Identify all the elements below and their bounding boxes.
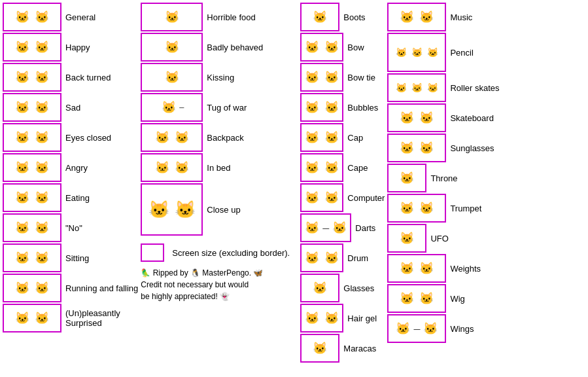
main-container: 🐱 🐱 General 🐱 🐱 Happy 🐱 🐱 Back turned 🐱 — [0, 0, 588, 365]
credit-line1: 🦜 Ripped by 🐧 MasterPengo. 🦋 — [141, 267, 298, 279]
sprite-bowtie-1: 🐱 — [303, 68, 321, 86]
row-bow: 🐱 🐱 Bow — [300, 33, 385, 62]
row-drum: 🐱 🐱 Drum — [300, 243, 385, 272]
sprite-sad-2: 🐱 — [33, 98, 51, 117]
sprite-no-1: 🐱 — [13, 219, 31, 237]
row-throne: 🐱 Throne — [387, 164, 499, 192]
label-skateboard: Skateboard — [446, 113, 494, 123]
sprite-box-angry: 🐱 🐱 — [3, 153, 61, 182]
sprite-box-throne: 🐱 — [387, 164, 426, 192]
sprite-cap-1: 🐱 — [303, 128, 321, 147]
sprite-bubbles-1: 🐱 — [303, 98, 321, 117]
sprite-box-darts: 🐱 — 🐱 — [300, 213, 351, 242]
row-kissing: 🐱 Kissing — [141, 63, 298, 92]
label-wings: Wings — [446, 324, 474, 334]
label-eating: Eating — [61, 193, 90, 203]
sprite-general-2: 🐱 — [33, 8, 51, 26]
sprite-backpack-2: 🐱 — [173, 128, 191, 147]
label-wig: Wig — [446, 294, 464, 304]
sprite-box-eyes-closed: 🐱 🐱 — [3, 123, 61, 152]
sprite-wings-2: 🐱 — [421, 319, 440, 338]
row-computer: 🐱 🐱 Computer — [300, 183, 385, 212]
row-no: 🐱 🐱 "No" — [3, 213, 138, 242]
label-music: Music — [446, 12, 472, 22]
label-computer: Computer — [343, 193, 385, 203]
row-wings: 🐱 — 🐱 Wings — [387, 314, 499, 343]
sprite-box-sunglasses: 🐱 🐱 — [387, 134, 446, 162]
sprite-sitting-2: 🐱 — [33, 249, 51, 267]
sprite-weights-2: 🐱 — [417, 259, 436, 278]
sprite-box-horrible-food: 🐱 — [141, 3, 203, 31]
sprite-sunglasses-2: 🐱 — [417, 139, 436, 157]
sprite-tug-1: 🐱 — [160, 98, 178, 117]
column-2: 🐱 Horrible food 🐱 Badly behaved 🐱 Kissin… — [141, 3, 298, 363]
sprite-drum-1: 🐱 — [303, 249, 321, 267]
row-roller-skates: 🐱 🐱 🐱 Roller skates — [387, 73, 499, 102]
sprite-box-pencil: 🐱 🐱 🐱 — [387, 33, 446, 72]
sprite-weights-1: 🐱 — [398, 259, 416, 278]
sprite-box-boots: 🐱 — [300, 3, 339, 31]
sprite-box-badly-behaved: 🐱 — [141, 33, 203, 62]
label-glasses: Glasses — [339, 283, 374, 293]
label-badly-behaved: Badly behaved — [203, 43, 263, 52]
sprite-box-backpack: 🐱 🐱 — [141, 123, 203, 152]
sprite-trumpet-1: 🐱 — [398, 199, 416, 217]
sprite-box-sad: 🐱 🐱 — [3, 93, 61, 122]
sprite-box-general: 🐱 🐱 — [3, 3, 61, 31]
label-bubbles: Bubbles — [343, 103, 378, 113]
sprite-cape-1: 🐱 — [303, 158, 321, 177]
row-sad: 🐱 🐱 Sad — [3, 93, 138, 122]
sprite-darts-2: 🐱 — [330, 219, 349, 237]
label-sunglasses: Sunglasses — [446, 143, 494, 153]
sprite-angry-2: 🐱 — [33, 158, 51, 177]
sprite-eating-1: 🐱 — [13, 188, 31, 207]
sprite-eyes-1: 🐱 — [13, 128, 31, 147]
row-ufo: 🐱 UFO — [387, 224, 499, 253]
label-cape: Cape — [343, 163, 368, 173]
label-angry: Angry — [61, 163, 88, 173]
sprite-darts-1: 🐱 — [303, 219, 321, 237]
sprite-music-1: 🐱 — [398, 8, 416, 26]
sprite-box-bow: 🐱 🐱 — [300, 33, 343, 62]
sprite-hair-gel-2: 🐱 — [322, 309, 341, 327]
row-sitting: 🐱 🐱 Sitting — [3, 243, 138, 272]
sprite-music-2: 🐱 — [417, 8, 436, 26]
label-running: Running and falling — [61, 283, 138, 293]
label-backpack: Backpack — [203, 133, 243, 143]
sprite-box-glasses: 🐱 — [300, 274, 339, 302]
sprite-sad-1: 🐱 — [13, 98, 31, 117]
sprite-pencil-1: 🐱 — [394, 45, 408, 60]
row-sunglasses: 🐱 🐱 Sunglasses — [387, 134, 499, 162]
row-pencil: 🐱 🐱 🐱 Pencil — [387, 33, 499, 72]
sprite-box-happy: 🐱 🐱 — [3, 33, 61, 62]
sprite-back-2: 🐱 — [33, 68, 51, 86]
sprite-computer-1: 🐱 — [303, 188, 321, 207]
label-weights: Weights — [446, 264, 481, 274]
sprite-kissing-1: 🐱 — [163, 68, 181, 86]
label-boots: Boots — [339, 12, 365, 22]
column-1: 🐱 🐱 General 🐱 🐱 Happy 🐱 🐱 Back turned 🐱 — [3, 3, 138, 363]
sprite-horrible-food-1: 🐱 — [163, 8, 181, 26]
ghost-icon: 👻 — [220, 292, 230, 301]
sprite-box-no: 🐱 🐱 — [3, 213, 61, 242]
sprite-box-sitting: 🐱 🐱 — [3, 243, 61, 272]
sprite-skateboard-2: 🐱 — [417, 109, 436, 127]
sprite-box-close-up: 🐱 🐱 — [141, 183, 203, 236]
sprite-box-in-bed: 🐱 🐱 — [141, 153, 203, 182]
col2-bottom: Screen size (excluding border). 🦜 Ripped… — [141, 243, 298, 302]
sprite-box-computer: 🐱 🐱 — [300, 183, 343, 212]
darts-dash: — — [322, 224, 329, 232]
sprite-box-surprised: 🐱 🐱 — [3, 304, 61, 332]
label-throne: Throne — [426, 173, 457, 183]
row-darts: 🐱 — 🐱 Darts — [300, 213, 385, 242]
sprite-running-1: 🐱 — [13, 279, 31, 297]
row-weights: 🐱 🐱 Weights — [387, 254, 499, 283]
sprite-box-roller-skates: 🐱 🐱 🐱 — [387, 73, 446, 102]
sprite-cap-2: 🐱 — [322, 128, 341, 147]
sprite-surprised-2: 🐱 — [33, 309, 51, 327]
label-darts: Darts — [351, 223, 375, 233]
sprite-drum-2: 🐱 — [322, 249, 341, 267]
row-music: 🐱 🐱 Music — [387, 3, 499, 31]
sprite-ufo-1: 🐱 — [398, 229, 416, 247]
row-glasses: 🐱 Glasses — [300, 274, 385, 302]
